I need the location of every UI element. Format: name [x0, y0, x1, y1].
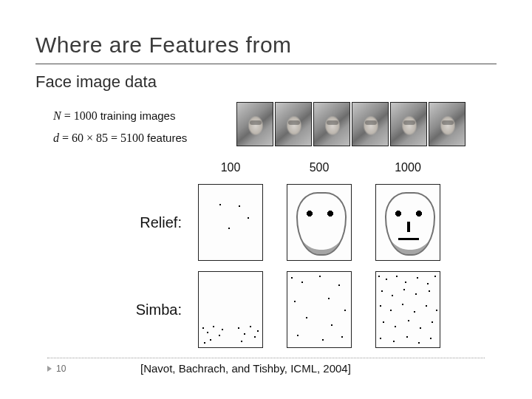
formula-d-eq: = 60 × 85 = 5100 — [59, 132, 147, 144]
citation: [Navot, Bachrach, and Tishby, ICML, 2004… — [140, 362, 351, 375]
formula-n: N = 1000 training images — [53, 109, 175, 123]
row-head-relief: Relief: — [140, 214, 186, 231]
col-head-500: 500 — [310, 161, 330, 174]
sample-face — [236, 102, 273, 146]
page-number: 10 — [47, 364, 66, 374]
slide-subtitle: Face image data — [35, 72, 157, 92]
footer-rule — [47, 358, 485, 358]
formula-d: d = 60 × 85 = 5100 features — [53, 132, 187, 145]
sample-face-strip — [236, 102, 466, 146]
formula-n-eq: = 1000 — [61, 109, 100, 122]
row-head-simba: Simba: — [136, 301, 186, 318]
cell-relief-100 — [198, 184, 263, 261]
sample-face — [275, 102, 312, 146]
cell-relief-500 — [287, 184, 352, 261]
cell-simba-1000 — [375, 271, 440, 348]
sample-face — [313, 102, 350, 146]
cell-simba-500 — [287, 271, 352, 348]
sample-face — [352, 102, 389, 146]
sample-face — [390, 102, 427, 146]
col-head-100: 100 — [221, 161, 241, 174]
page-number-value: 10 — [56, 364, 66, 374]
symbol-d: d — [53, 132, 59, 144]
formula-d-trail: features — [147, 132, 187, 144]
slide-title: Where are Features from — [35, 33, 292, 58]
slide: Where are Features from Face image data … — [0, 0, 532, 399]
formula-n-trail: training images — [100, 109, 176, 122]
page-marker-icon — [47, 366, 52, 372]
title-underline — [35, 64, 497, 64]
col-head-1000: 1000 — [395, 161, 421, 174]
symbol-n: N — [53, 109, 61, 122]
feature-grid: 100 500 1000 Relief: Simba: — [112, 160, 452, 350]
sample-face — [429, 102, 466, 146]
cell-relief-1000 — [375, 184, 440, 261]
cell-simba-100 — [198, 271, 263, 348]
